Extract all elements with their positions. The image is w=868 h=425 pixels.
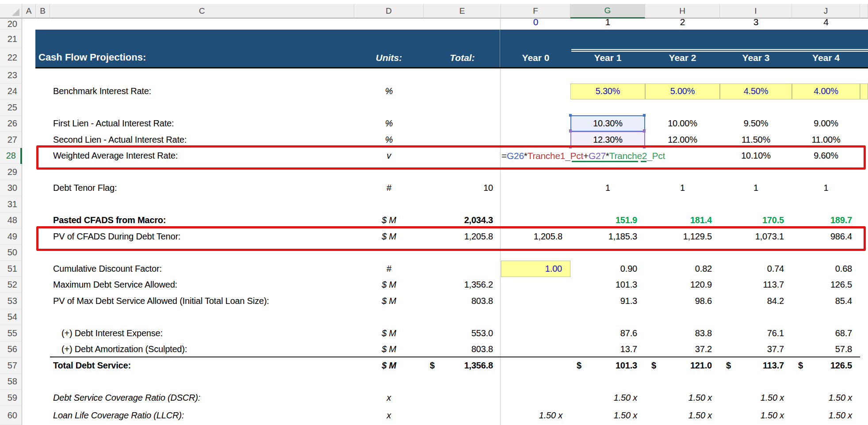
cell-F20[interactable]: 0 — [501, 19, 570, 30]
cell-C53[interactable]: PV of Max Debt Service Allowed (Initial … — [50, 293, 354, 309]
column-header-partial[interactable] — [860, 4, 868, 19]
cell-D57[interactable]: $ M — [354, 357, 424, 374]
cell-J48[interactable]: 189.7 — [792, 212, 860, 229]
cell-G60[interactable]: 1.50 x — [570, 406, 645, 425]
row-header-58[interactable]: 58 — [0, 374, 22, 390]
year-0-header[interactable]: Year 0 — [501, 53, 570, 63]
cell-G30[interactable]: 1 — [570, 180, 645, 197]
cell-C55[interactable]: (+) Debt Interest Expense: — [50, 325, 354, 342]
cell-C48[interactable]: Pasted CFADS from Macro: — [50, 212, 354, 229]
cell-D30[interactable]: # — [354, 180, 424, 197]
column-header-J[interactable]: J — [792, 4, 860, 19]
cell-H52[interactable]: 120.9 — [645, 277, 720, 293]
cell-J24[interactable]: 4.00% — [792, 83, 860, 100]
cell-G56[interactable]: 13.7 — [570, 342, 645, 358]
row-header-25[interactable]: 25 — [0, 99, 22, 116]
cell-H53[interactable]: 98.6 — [645, 293, 720, 309]
column-header-I[interactable]: I — [720, 4, 792, 19]
cell-E49[interactable]: 1,205.8 — [424, 228, 501, 245]
cell-D59[interactable]: x — [354, 390, 424, 406]
cell-E57[interactable]: $1,356.8 — [424, 357, 501, 374]
row-header-20[interactable]: 20 — [0, 19, 22, 30]
cell-K24[interactable] — [860, 83, 868, 100]
cell-I27[interactable]: 11.50% — [720, 132, 792, 148]
cell-D27[interactable]: % — [354, 132, 424, 148]
row-header-26[interactable]: 26 — [0, 116, 22, 132]
row-header-50[interactable]: 50 — [0, 245, 22, 261]
column-header-F[interactable]: F — [501, 4, 570, 19]
cell-H27[interactable]: 12.00% — [645, 132, 720, 148]
cell-E56[interactable]: 803.8 — [424, 342, 501, 358]
cell-J49[interactable]: 986.4 — [792, 228, 860, 245]
cell-D52[interactable]: $ M — [354, 277, 424, 293]
column-header-E[interactable]: E — [424, 4, 501, 19]
column-header-H[interactable]: H — [645, 4, 720, 19]
cell-C52[interactable]: Maximum Debt Service Allowed: — [50, 277, 354, 293]
cell-E52[interactable]: 1,356.2 — [424, 277, 501, 293]
row-header-24[interactable]: 24 — [0, 83, 22, 100]
cell-G27[interactable]: 12.30% — [570, 132, 645, 148]
row-header-59[interactable]: 59 — [0, 390, 22, 406]
cell-H24[interactable]: 5.00% — [645, 83, 720, 100]
row-header-49[interactable]: 49 — [0, 228, 22, 245]
cell-I57[interactable]: $113.7 — [720, 357, 792, 374]
column-header-G[interactable]: G — [570, 4, 645, 19]
cell-H57[interactable]: $121.0 — [645, 357, 720, 374]
cell-C26[interactable]: First Lien - Actual Interest Rate: — [50, 116, 354, 132]
cell-H30[interactable]: 1 — [645, 180, 720, 197]
cell-E53[interactable]: 803.8 — [424, 293, 501, 309]
column-header-B[interactable]: B — [36, 4, 50, 19]
row-header-60[interactable]: 60 — [0, 406, 22, 425]
cell-I26[interactable]: 9.50% — [720, 116, 792, 132]
cell-D24[interactable]: % — [354, 83, 424, 100]
cell-C51[interactable]: Cumulative Discount Factor: — [50, 261, 354, 277]
cell-F51[interactable]: 1.00 — [501, 261, 570, 277]
row-header-52[interactable]: 52 — [0, 277, 22, 293]
cell-H26[interactable]: 10.00% — [645, 116, 720, 132]
cell-J27[interactable]: 11.00% — [792, 132, 860, 148]
row-header-56[interactable]: 56 — [0, 342, 22, 358]
cell-C28[interactable]: Weighted Average Interest Rate: — [50, 148, 354, 164]
row-header-28[interactable]: 28 — [0, 148, 22, 164]
cell-H48[interactable]: 181.4 — [645, 212, 720, 229]
row-header-57[interactable]: 57 — [0, 357, 22, 374]
cell-C24[interactable]: Benchmark Interest Rate: — [50, 83, 354, 100]
cell-J26[interactable]: 9.00% — [792, 116, 860, 132]
cell-H49[interactable]: 1,129.5 — [645, 228, 720, 245]
column-header-A[interactable]: A — [22, 4, 36, 19]
cell-H59[interactable]: 1.50 x — [645, 390, 720, 406]
cell-J52[interactable]: 126.5 — [792, 277, 860, 293]
year-2-header[interactable]: Year 2 — [645, 53, 720, 63]
cell-D56[interactable]: $ M — [354, 342, 424, 358]
row-header-23[interactable]: 23 — [0, 67, 22, 83]
cell-C60[interactable]: Loan Life Coverage Ratio (LLCR): — [50, 406, 354, 425]
cell-I49[interactable]: 1,073.1 — [720, 228, 792, 245]
cell-D49[interactable]: $ M — [354, 228, 424, 245]
cell-G52[interactable]: 101.3 — [570, 277, 645, 293]
cell-J56[interactable]: 57.8 — [792, 342, 860, 358]
row-header-48[interactable]: 48 — [0, 212, 22, 229]
cell-D55[interactable]: $ M — [354, 325, 424, 342]
column-header-C[interactable]: C — [50, 4, 354, 19]
row-header-51[interactable]: 51 — [0, 261, 22, 277]
cell-C30[interactable]: Debt Tenor Flag: — [50, 180, 354, 197]
cell-G53[interactable]: 91.3 — [570, 293, 645, 309]
year-4-header[interactable]: Year 4 — [792, 53, 860, 63]
cell-D51[interactable]: # — [354, 261, 424, 277]
row-header-27[interactable]: 27 — [0, 132, 22, 148]
cell-C56[interactable]: (+) Debt Amortization (Sculpted): — [50, 342, 354, 358]
cell-I30[interactable]: 1 — [720, 180, 792, 197]
cell-H55[interactable]: 83.8 — [645, 325, 720, 342]
row-header-22[interactable]: 22 — [0, 48, 22, 67]
cell-H20[interactable]: 2 — [645, 19, 720, 30]
cell-H56[interactable]: 37.2 — [645, 342, 720, 358]
cell-G55[interactable]: 87.6 — [570, 325, 645, 342]
cell-F60[interactable]: 1.50 x — [501, 406, 570, 425]
year-3-header[interactable]: Year 3 — [720, 53, 792, 63]
select-all-corner[interactable] — [0, 4, 22, 19]
cell-E55[interactable]: 553.0 — [424, 325, 501, 342]
cell-G49[interactable]: 1,185.3 — [570, 228, 645, 245]
row-header-21[interactable]: 21 — [0, 30, 22, 48]
cell-I52[interactable]: 113.7 — [720, 277, 792, 293]
total-column-header[interactable]: Total: — [424, 53, 501, 63]
